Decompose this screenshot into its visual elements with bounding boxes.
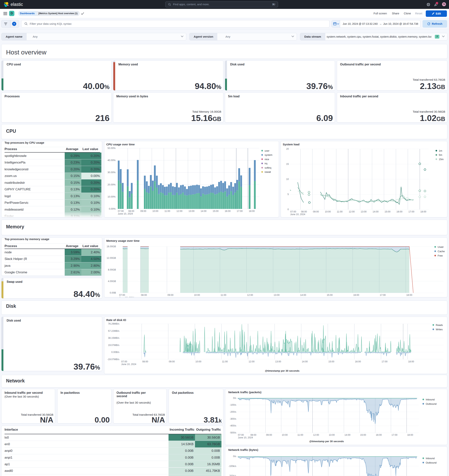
svg-text:19.07MB/s: 19.07MB/s	[108, 344, 119, 346]
svg-text:18:00: 18:00	[249, 210, 255, 212]
svg-text:iowait: iowait	[265, 170, 271, 173]
svg-text:-19.07MB/s: -19.07MB/s	[107, 358, 119, 361]
svg-text:16:00: 16:00	[376, 434, 382, 436]
svg-text:40.00%: 40.00%	[108, 159, 115, 162]
svg-text:20.00%: 20.00%	[108, 183, 115, 186]
svg-text:15:00: 15:00	[213, 210, 219, 212]
svg-text:nice: nice	[265, 158, 269, 161]
svg-text:June 10, 2024: June 10, 2024	[121, 363, 136, 366]
svg-text:Cache: Cache	[438, 250, 445, 253]
svg-text:08:00: 08:00	[250, 434, 256, 436]
svg-text:10.00%: 10.00%	[108, 195, 115, 198]
svg-text:0.00B: 0.00B	[110, 291, 116, 294]
svg-text:08:00: 08:00	[128, 210, 134, 212]
svg-text:Outbound: Outbound	[426, 461, 437, 464]
svg-text:16.00GB: 16.00GB	[107, 245, 116, 248]
svg-text:17:00: 17:00	[408, 210, 414, 213]
svg-text:13:00: 13:00	[189, 210, 194, 212]
svg-text:16:00: 16:00	[397, 210, 402, 213]
svg-text:5: 5	[288, 193, 289, 196]
svg-text:12:00: 12:00	[176, 210, 182, 212]
svg-text:10: 10	[286, 178, 289, 181]
svg-text:20: 20	[286, 148, 289, 150]
svg-text:11:00: 11:00	[222, 360, 228, 363]
svg-text:38.15MB/s: 38.15MB/s	[108, 337, 119, 339]
svg-text:-100/s: -100/s	[230, 404, 236, 406]
svg-text:14:00: 14:00	[344, 434, 350, 436]
svg-text:Inbound: Inbound	[426, 398, 435, 401]
svg-text:14:00: 14:00	[373, 210, 379, 213]
svg-text:June 10, 2024: June 10, 2024	[238, 436, 253, 439]
svg-text:-200k/s: -200k/s	[229, 475, 236, 476]
svg-text:13:00: 13:00	[275, 360, 281, 363]
svg-text:07:00: 07:00	[121, 360, 127, 363]
svg-text:11:00: 11:00	[298, 434, 303, 436]
svg-text:10:00: 10:00	[194, 294, 200, 296]
svg-text:15: 15	[286, 163, 289, 165]
svg-text:Outbound: Outbound	[426, 402, 437, 405]
svg-text:15:00: 15:00	[360, 434, 366, 436]
svg-text:09:00: 09:00	[266, 434, 272, 436]
svg-text:18:00: 18:00	[406, 294, 412, 296]
svg-text:10:00: 10:00	[325, 210, 331, 213]
svg-text:11:00: 11:00	[164, 210, 170, 212]
svg-text:June 10, 2024: June 10, 2024	[118, 212, 133, 215]
svg-text:10:00: 10:00	[195, 360, 201, 363]
svg-text:15:00: 15:00	[385, 210, 390, 213]
svg-text:June 10, 2024: June 10, 2024	[290, 213, 305, 216]
svg-text:07:00: 07:00	[290, 210, 296, 213]
svg-text:13:00: 13:00	[329, 434, 334, 436]
svg-text:08:00: 08:00	[301, 210, 307, 213]
svg-text:12:00: 12:00	[248, 360, 254, 363]
svg-text:12:00: 12:00	[247, 294, 253, 296]
svg-text:-300/s: -300/s	[230, 418, 236, 420]
svg-text:0: 0	[288, 208, 289, 211]
svg-text:4.00GB: 4.00GB	[108, 280, 116, 283]
svg-text:@timestamp per 30 seconds: @timestamp per 30 seconds	[309, 440, 344, 443]
svg-text:14:00: 14:00	[201, 210, 207, 212]
svg-text:15m: 15m	[439, 158, 443, 161]
svg-text:10:00: 10:00	[282, 434, 288, 436]
svg-text:Reads: Reads	[436, 324, 443, 326]
svg-text:50.00%: 50.00%	[108, 147, 115, 150]
svg-text:Free: Free	[438, 254, 443, 257]
svg-text:-100k/s: -100k/s	[229, 465, 236, 467]
svg-text:0.00%: 0.00%	[109, 208, 115, 210]
svg-text:softirq: softirq	[265, 166, 271, 169]
svg-text:irq: irq	[265, 162, 267, 165]
svg-text:18:00: 18:00	[408, 360, 414, 363]
svg-text:17:00: 17:00	[237, 210, 243, 212]
svg-text:-200/s: -200/s	[230, 411, 236, 413]
svg-text:Used: Used	[438, 246, 443, 248]
svg-text:June 10, 2024: June 10, 2024	[119, 296, 134, 297]
svg-text:13:00: 13:00	[274, 294, 280, 296]
svg-text:12.00GB: 12.00GB	[107, 257, 116, 259]
svg-text:14:00: 14:00	[302, 360, 308, 363]
svg-text:14:00: 14:00	[300, 294, 306, 296]
svg-text:15:00: 15:00	[327, 294, 333, 296]
svg-text:-400/s: -400/s	[230, 424, 236, 427]
svg-text:16:00: 16:00	[353, 294, 359, 296]
svg-text:Inbound: Inbound	[426, 457, 435, 460]
svg-text:5m: 5m	[439, 153, 442, 156]
svg-text:12:00: 12:00	[313, 434, 319, 436]
svg-text:09:00: 09:00	[140, 210, 146, 212]
svg-text:10:00: 10:00	[152, 210, 158, 212]
svg-text:08:00: 08:00	[142, 360, 148, 363]
svg-text:07:00: 07:00	[118, 210, 124, 212]
svg-text:07:00: 07:00	[238, 434, 244, 436]
svg-text:15:00: 15:00	[328, 360, 334, 363]
svg-text:0/s: 0/s	[233, 455, 236, 458]
svg-text:18:00: 18:00	[407, 434, 413, 436]
svg-text:08:00: 08:00	[141, 294, 147, 296]
svg-text:09:00: 09:00	[167, 294, 173, 296]
svg-text:17:00: 17:00	[391, 434, 397, 436]
svg-text:17:00: 17:00	[380, 294, 386, 296]
svg-text:11:00: 11:00	[337, 210, 343, 213]
svg-text:76.29MB/s: 76.29MB/s	[108, 323, 119, 325]
svg-text:1m: 1m	[439, 149, 442, 152]
svg-text:11:00: 11:00	[220, 294, 226, 296]
svg-text:8.00GB: 8.00GB	[108, 268, 116, 271]
svg-text:13:00: 13:00	[361, 210, 367, 213]
svg-text:12:00: 12:00	[349, 210, 355, 213]
